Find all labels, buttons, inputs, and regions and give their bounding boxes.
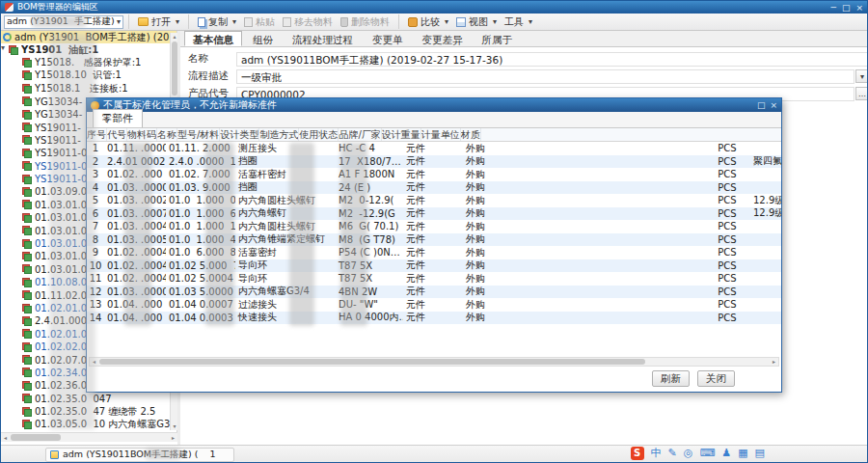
close-button[interactable]: × — [855, 3, 863, 13]
scroll-right-icon[interactable]: ▸ — [169, 434, 177, 442]
column-header[interactable]: 计量单位 — [421, 128, 461, 141]
flow-description-label: 流程描述 — [180, 69, 236, 83]
table-row[interactable]: 7 01.03. .0004 01.0 1.000 1 内六角圆柱头螺钉 M6 … — [87, 220, 781, 233]
tray-icon[interactable]: ⌨ — [699, 447, 715, 460]
tree-item[interactable]: Y15018. 感器保护罩:1 — [1, 56, 176, 68]
part-icon — [22, 84, 32, 94]
dialog-horizontal-scrollbar[interactable]: ◂ ▸ — [89, 357, 779, 367]
minimize-button[interactable]: ─ — [831, 3, 836, 13]
bom-selector-combobox[interactable]: adm (Y31901 手工搭建) :2 ▾ — [4, 15, 123, 29]
maximize-button[interactable]: □ — [842, 3, 851, 13]
cell-index: 3 — [87, 169, 104, 179]
tray-icon[interactable]: ▤ — [755, 447, 765, 460]
tab[interactable]: 流程处理过程 — [284, 31, 362, 46]
main-tabs: 基本信息 组份 流程处理过程 变更单 变更差异 所属于 — [180, 31, 868, 47]
refresh-button[interactable]: 刷新 — [652, 370, 690, 387]
open-button[interactable]: 打开 ▾ — [134, 14, 183, 30]
column-header[interactable]: 制造方式 — [259, 128, 299, 141]
tree-item[interactable]: 01.02.35.0 47 缠绕带 2.5 — [1, 405, 176, 418]
tools-button[interactable]: 工具 ▾ — [501, 14, 536, 30]
delete-material-button[interactable]: 删除物料 — [337, 14, 393, 30]
tree-item-label: Y15018. 感器保护罩:1 — [35, 56, 141, 68]
tree-item[interactable]: YS1901 油缸:1 — [1, 43, 176, 56]
parts-dialog: 不属于标准化管理员，不允许新增标准件 □ × 零部件 序号 代号 物料码 名称 … — [86, 97, 782, 393]
cell-model: 24 (E ) — [336, 182, 403, 193]
cell-name: 内六角圆柱头螺钉 — [235, 194, 336, 207]
column-header[interactable]: 使用状态 — [299, 128, 339, 141]
column-header[interactable]: 材质 — [461, 128, 481, 141]
tree-item[interactable]: 01.03.05.0 10 内六角螺塞G3/4 — [1, 418, 176, 430]
tray-icon[interactable]: ▦ — [738, 447, 747, 460]
column-header[interactable]: 型号/材料 — [177, 128, 220, 141]
table-row[interactable]: 6 01.03. .0007 01.0 1.000 6 内六角螺钉 M2 -12… — [87, 207, 781, 221]
table-row[interactable]: 12 01.03. .0000 5 01.03 5.0000 内六角螺塞G3/4… — [87, 286, 781, 299]
name-field[interactable]: adm (YS19011BOM手工搭建) (2019-02-27 15-17-3… — [236, 52, 868, 67]
cell-index: 1 — [87, 143, 104, 153]
table-row[interactable]: 9 01.02. .0004 1 01.0 6.000 8 活塞密封 P54 (… — [87, 246, 781, 259]
cell-model: P54 (C )0N… — [336, 247, 403, 258]
task-tab[interactable]: adm (YS19011BOM手工搭建) ( 1 — [45, 448, 234, 462]
table-row[interactable]: 11 01.02. .0004 5 01.02 5.0004 5 导向环 T87… — [87, 272, 781, 286]
tab[interactable]: 基本信息 — [184, 31, 242, 46]
compare-button[interactable]: 比较 ▾ — [404, 14, 452, 30]
tab[interactable]: 变更单 — [364, 31, 412, 46]
tab[interactable]: 所属于 — [474, 31, 522, 46]
column-header[interactable]: 序号 — [87, 128, 107, 141]
dialog-maximize-button[interactable]: □ — [757, 100, 766, 110]
trash-icon — [340, 17, 348, 27]
cell-name: 导向环 — [235, 272, 336, 286]
cell-model: M8 (G T78) — [336, 234, 403, 245]
column-header[interactable]: 设计重量 — [382, 128, 421, 141]
tree-item-label: 01.02.35.0 47 缠绕带 2.5 — [35, 405, 155, 418]
tab[interactable]: 组份 — [244, 31, 282, 46]
copy-button[interactable]: 复制 ▾ — [194, 14, 240, 30]
tree-horizontal-scrollbar[interactable]: ◂ ▸ — [1, 432, 177, 442]
tab-parts[interactable]: 零部件 — [93, 109, 143, 127]
cell-design-type: 元件 — [403, 259, 463, 273]
table-row[interactable]: 1 01.11. .0000 2 01.11. 2.000 2 测压接头 HC … — [87, 142, 781, 155]
tree-root-node[interactable]: adm (Y31901 BOM手工搭建) (2019-02-27 1 — [1, 31, 176, 43]
table-row[interactable]: 5 01.03. .0002 0 01.0 1.000 0 内六角圆柱头螺钉 M… — [87, 194, 781, 207]
tree-item[interactable]: Y15018.1 连接板:1 — [1, 82, 176, 95]
table-row[interactable]: 14 01.04. .000 8 01.04 0.0003 快速接头 HA 0 … — [87, 312, 781, 325]
tray-icon[interactable]: ◎ — [684, 447, 693, 460]
column-header[interactable]: 品牌/厂家 — [339, 128, 381, 141]
tab[interactable]: 变更差异 — [414, 31, 472, 46]
scroll-left-icon[interactable]: ◂ — [1, 434, 10, 442]
tray-icon[interactable]: 中 — [651, 447, 662, 460]
paste-button[interactable]: 粘贴 — [240, 14, 279, 30]
product-code-browse-button[interactable]: … — [855, 87, 868, 100]
scrollbar-thumb[interactable] — [99, 359, 645, 365]
column-header[interactable]: 名称 — [157, 128, 177, 141]
column-header[interactable]: 设计类型 — [220, 128, 259, 141]
table-row[interactable]: 8 01.03. .0005 4 01.0 1.000 4 内六角锥端紧定螺钉 … — [87, 233, 781, 247]
scroll-right-icon[interactable]: ▸ — [770, 358, 778, 366]
remove-material-button[interactable]: 移去物料 — [279, 14, 337, 30]
dialog-close-icon[interactable]: × — [770, 100, 777, 110]
scrollbar-thumb[interactable] — [11, 434, 61, 441]
tray-icon[interactable]: ♟ — [721, 447, 731, 460]
tree-item[interactable]: Y15018.10 识管:1 — [1, 69, 176, 82]
table-row[interactable]: 2 2.4.01 0002 2.4.0 .0000 1 挡圈 17 X180/7… — [87, 155, 781, 169]
tray-icon[interactable]: ✎ — [668, 447, 677, 460]
part-icon — [22, 420, 32, 429]
sogou-input-icon[interactable]: S — [631, 447, 644, 460]
cell-material-code: 01.0 6.000 8 — [166, 247, 235, 258]
cell-index: 9 — [87, 247, 104, 258]
column-header[interactable]: 代号 — [107, 128, 127, 141]
flow-description-field[interactable]: 一级审批 — [236, 69, 854, 84]
tree-item[interactable]: 01.02.35.0 047 — [1, 393, 176, 405]
tray-icon-list: 中 ✎ ◎ ⌨ ♟ ▦ ▤ — [651, 447, 765, 460]
cell-manufacture: 外购 — [463, 142, 534, 155]
column-header[interactable]: 物料码 — [127, 128, 157, 141]
dialog-close-button[interactable]: 关闭 — [697, 370, 735, 387]
table-row[interactable]: 10 01.02. .0004 7 01.02 5.000 7 导向环 T87 … — [87, 259, 781, 273]
cell-design-type: 元件 — [403, 233, 463, 247]
flow-dropdown-button[interactable]: ▾ — [855, 69, 868, 83]
cell-unit: PCS — [704, 234, 750, 245]
table-row[interactable]: 3 01.02. .000 8 01.02. 7.000 8 活塞杆密封 A1 … — [87, 168, 781, 181]
table-row[interactable]: 4 01.03. .0000 2 01.03. 9.000 2 挡圈 24 (E… — [87, 181, 781, 195]
scroll-left-icon[interactable]: ◂ — [90, 358, 98, 366]
table-row[interactable]: 13 01.04. .000 1 01.04 0.0007 过滤接头 DU- "… — [87, 298, 781, 312]
view-button[interactable]: 视图 ▾ — [452, 14, 501, 30]
